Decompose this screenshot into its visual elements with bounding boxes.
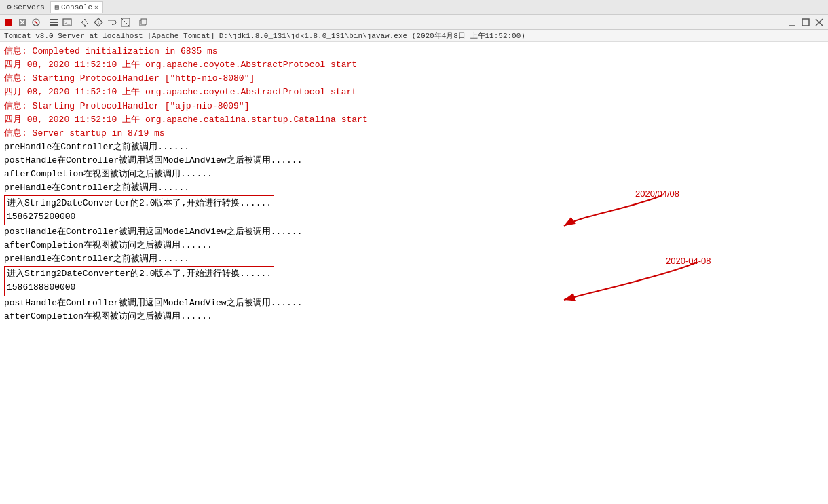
log-line: 四月 08, 2020 11:52:10 上午 org.apache.coyot… [4,58,824,72]
log-line: preHandle在Controller之前被调用...... [4,140,824,154]
log-line: 四月 08, 2020 11:52:10 上午 org.apache.coyot… [4,85,824,99]
servers-tab-label: Servers [14,3,45,12]
maximize-button[interactable] [799,16,812,28]
close-button[interactable] [813,16,825,28]
tab-servers[interactable]: ⚙ Servers [3,1,49,13]
tab-close-icon[interactable]: ✕ [94,3,98,12]
svg-rect-7 [50,22,58,23]
svg-rect-18 [802,19,809,26]
log-line: 四月 08, 2020 11:52:10 上午 org.apache.catal… [4,113,824,127]
log-line: 信息: Starting ProtocolHandler ["ajp-nio-8… [4,100,824,113]
boxed-line-1b: 1586275200000 [7,210,271,224]
log-line: 信息: Server startup in 8719 ms [4,127,824,140]
console-icon: ▤ [55,3,59,12]
log-line: afterCompletion在视图被访问之后被调用...... [4,239,824,252]
boxed-line-1a: 进入String2DateConverter的2.0版本了,开始进行转换....… [7,197,271,210]
tab-console[interactable]: ▤ Console ✕ [50,1,103,13]
open-console-button[interactable]: >_ [61,16,73,28]
log-line: postHandle在Controller被调用返回ModelAndView之后… [4,225,824,239]
titlebar: ⚙ Servers ▤ Console ✕ [0,0,828,15]
properties-button[interactable] [48,16,60,28]
svg-rect-6 [50,19,58,20]
svg-line-5 [35,21,37,24]
tab-group: ⚙ Servers ▤ Console ✕ [3,1,103,13]
toolbar: >_ ↓ [0,15,828,30]
console-area[interactable]: 信息: Completed initialization in 6835 ms … [0,42,828,504]
boxed-line-2b: 1586188800000 [7,281,271,294]
console-tab-label: Console [61,3,92,12]
minimize-button[interactable] [786,16,798,28]
word-wrap-button[interactable] [106,16,118,28]
svg-rect-0 [5,19,12,26]
pin-button[interactable] [79,16,91,28]
svg-text:>_: >_ [64,20,71,26]
log-line: postHandle在Controller被调用返回ModelAndView之后… [4,154,824,168]
disconnect-button[interactable] [30,16,42,28]
log-line: afterCompletion在视图被访问之后被调用...... [4,310,824,324]
clear-button[interactable] [119,16,132,28]
svg-text:↓: ↓ [97,20,100,25]
new-console-button[interactable] [137,16,149,28]
scroll-lock-button[interactable]: ↓ [92,16,105,28]
svg-rect-16 [141,19,147,24]
server-icon: ⚙ [7,3,12,12]
svg-rect-8 [50,24,58,26]
terminate-button[interactable] [16,16,29,28]
svg-line-14 [121,18,130,26]
boxed-line-2a: 进入String2DateConverter的2.0版本了,开始进行转换....… [7,267,271,281]
log-line: preHandle在Controller之前被调用...... [4,252,824,266]
log-line: 信息: Completed initialization in 6835 ms [4,45,824,58]
log-line: preHandle在Controller之前被调用...... [4,181,824,195]
stop-button[interactable] [3,16,15,28]
log-line: 信息: Starting ProtocolHandler ["http-nio-… [4,72,824,85]
log-line: afterCompletion在视图被访问之后被调用...... [4,168,824,181]
status-text: Tomcat v8.0 Server at localhost [Apache … [4,31,525,41]
log-line: postHandle在Controller被调用返回ModelAndView之后… [4,296,824,310]
statusbar: Tomcat v8.0 Server at localhost [Apache … [0,30,828,42]
